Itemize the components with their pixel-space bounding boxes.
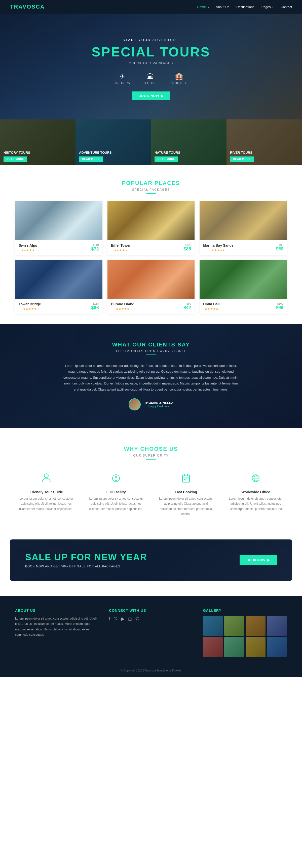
tour-card-history: HISTORY TOURS READ MORE (0, 119, 75, 165)
place-card-burano[interactable]: Burano Island ★★★★★ $99 $42 (107, 260, 195, 314)
place-card-tower-bridge[interactable]: Tower Bridge ★★★★★ $118 $96 (15, 260, 102, 314)
hero-check: CHECK OUR PACKAGES (129, 61, 173, 65)
gallery-thumb-6[interactable] (224, 637, 244, 657)
why-card-guide: Friendly Tour Guide Lorem ipsum dolor si… (15, 467, 77, 522)
footer-about: ABOUT US Lorem ipsum dolor sit amet, con… (15, 609, 99, 657)
ubud-bali-stars: ★★★★★ (203, 307, 220, 311)
footer-gallery: GALLERY (203, 609, 287, 657)
gallery-thumb-5[interactable] (203, 637, 223, 657)
tour-card-adventure: ADVENTURE TOURS READ MORE (75, 119, 151, 165)
hero-title: SPECIAL TOURS (92, 44, 210, 59)
testimonials-divider (146, 354, 156, 355)
sale-sub: BOOK NOW AND GET 50% OFF SALE FOR ALL PA… (25, 565, 147, 568)
marina-bay-stars: ★★★★★ (203, 248, 234, 252)
tower-bridge-stars: ★★★★★ (19, 307, 41, 311)
tour-card-nature: NATURE TOURS READ MORE (151, 119, 227, 165)
ubud-bali-old-price: $100 (276, 302, 283, 305)
marina-bay-old-price: $99 (276, 243, 283, 246)
sale-book-button[interactable]: BOOK NOW ▶ (240, 555, 277, 565)
why-card-facility: Full Facility Lorem ipsum dolor sit amet… (85, 467, 147, 522)
gallery-grid (203, 616, 287, 657)
swiss-alps-image (15, 201, 102, 240)
testimonials-sub: TESTIMONIALS FROM HAPPY PEOPLE (10, 349, 292, 353)
booking-title: Fast Booking (158, 490, 214, 494)
footer-gallery-title: GALLERY (203, 609, 287, 613)
tower-bridge-old-price: $118 (91, 302, 99, 305)
facility-title: Full Facility (89, 490, 144, 494)
gallery-thumb-8[interactable] (267, 637, 287, 657)
tower-bridge-image (15, 260, 102, 299)
author-name: THOMAS & NELLA (144, 401, 173, 405)
why-divider (146, 459, 156, 460)
sale-title: SALE UP FOR NEW YEAR (25, 552, 147, 563)
gallery-thumb-2[interactable] (224, 616, 244, 636)
svg-point-2 (115, 476, 117, 477)
places-grid: Swiss Alps ★★★★★ $119 $72 Eiffel Tower ★… (15, 201, 287, 314)
popular-sub: SPECIAL PACKAGES (15, 188, 287, 191)
burano-island-old-price: $99 (183, 302, 191, 305)
book-now-button[interactable]: BOOK NOW ▶ (132, 91, 170, 100)
nav-contact[interactable]: Contact (280, 5, 292, 9)
youtube-icon[interactable]: ▶ (121, 616, 125, 622)
copyright-text: © Copyright 2020 | Travosca Template by … (121, 669, 181, 672)
logo: TRAVOSCA (10, 3, 45, 10)
svg-point-0 (44, 474, 48, 478)
nature-read-more-button[interactable]: READ MORE (155, 156, 178, 162)
place-card-marina[interactable]: Marina Bay Sands ★★★★★ $99 $59 (200, 201, 287, 255)
nav-destinations[interactable]: Destinations (236, 5, 255, 9)
swiss-alps-price: $72 (91, 246, 99, 252)
marina-bay-price: $59 (276, 246, 283, 252)
popular-section: POPULAR PLACES SPECIAL PACKAGES Swiss Al… (0, 165, 302, 324)
place-card-eiffel[interactable]: Eiffel Tower ★★★★★ $103 $85 (107, 201, 195, 255)
eiffel-tower-stars: ★★★★★ (111, 248, 131, 252)
facebook-icon[interactable]: f (109, 616, 110, 622)
why-section: WHY CHOOSE US OUR SUPERIORITY Friendly T… (0, 428, 302, 539)
hotels-label: 18 HOTELS (170, 82, 187, 84)
tower-bridge-name: Tower Bridge (19, 302, 41, 306)
booking-text: Lorem ipsum dolor sit amet, consectetur … (158, 496, 214, 517)
adventure-read-more-button[interactable]: READ MORE (79, 156, 103, 162)
whatsapp-icon[interactable]: ✆ (135, 616, 139, 622)
guide-title: Friendly Tour Guide (19, 490, 74, 494)
testimonials-section: WHAT OUR CLIENTS SAY TESTIMONIALS FROM H… (0, 324, 302, 428)
nav-about[interactable]: About Us (216, 5, 229, 9)
burano-island-image (107, 260, 195, 299)
gallery-thumb-3[interactable] (246, 616, 266, 636)
footer-about-text: Lorem ipsum dolor sit amet, consectetur … (15, 616, 99, 638)
why-sub: OUR SUPERIORITY (15, 454, 287, 457)
eiffel-tower-old-price: $103 (183, 243, 191, 246)
footer: ABOUT US Lorem ipsum dolor sit amet, con… (0, 596, 302, 677)
footer-connect: CONNECT WITH US f 𝕏 ▶ ◻ ✆ (109, 609, 193, 657)
hero-stats: ✈ 36 TOURS 🏛 54 CITIES 🏨 18 HOTELS (114, 72, 187, 84)
swiss-alps-stars: ★★★★★ (19, 248, 37, 252)
facility-icon (89, 472, 144, 487)
nav-pages[interactable]: Pages ▾ (262, 5, 274, 9)
eiffel-tower-image (107, 201, 195, 240)
gallery-thumb-4[interactable] (267, 616, 287, 636)
place-card-swiss[interactable]: Swiss Alps ★★★★★ $119 $72 (15, 201, 102, 255)
gallery-thumb-1[interactable] (203, 616, 223, 636)
cities-label: 54 CITIES (143, 82, 158, 84)
river-read-more-button[interactable]: READ MORE (230, 156, 254, 162)
footer-connect-title: CONNECT WITH US (109, 609, 193, 613)
hero-subtitle: START YOUR ADVENTURE (123, 38, 179, 42)
nav-home[interactable]: Home ▾ (197, 5, 209, 9)
tours-label: 36 TOURS (114, 82, 130, 84)
gallery-thumb-7[interactable] (246, 637, 266, 657)
twitter-icon[interactable]: 𝕏 (114, 616, 118, 622)
marina-bay-name: Marina Bay Sands (203, 243, 234, 247)
place-card-ubud[interactable]: Ubud Bali ★★★★★ $100 $99 (200, 260, 287, 314)
history-read-more-button[interactable]: READ MORE (3, 156, 27, 162)
eiffel-tower-price: $85 (183, 246, 191, 252)
ubud-bali-image (200, 260, 287, 299)
swiss-alps-name: Swiss Alps (19, 243, 37, 247)
why-label: WHY CHOOSE US (15, 446, 287, 452)
adventure-tours-title: ADVENTURE TOURS (79, 151, 147, 154)
hero-stat-cities: 🏛 54 CITIES (143, 72, 158, 84)
hero-stat-hotels: 🏨 18 HOTELS (170, 72, 187, 84)
instagram-icon[interactable]: ◻ (128, 616, 132, 622)
marina-bay-image (200, 201, 287, 240)
hotels-icon: 🏨 (175, 72, 183, 81)
popular-divider (146, 193, 156, 194)
sale-banner: SALE UP FOR NEW YEAR BOOK NOW AND GET 50… (10, 539, 292, 581)
